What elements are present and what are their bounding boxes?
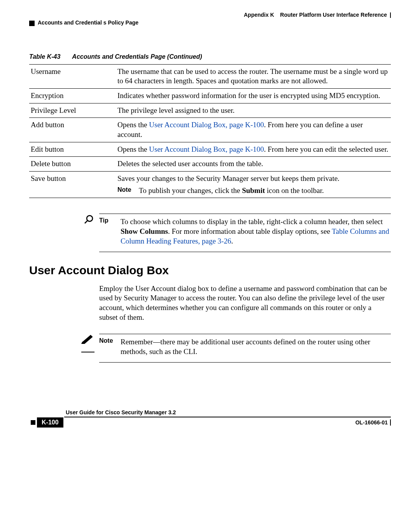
page-number: K-100: [37, 417, 63, 428]
table-number: Table K-43: [29, 53, 60, 60]
table-title: Accounts and Credentials Page (Continued…: [72, 53, 202, 60]
appendix-title: Router Platform User Interface Reference: [280, 12, 387, 18]
row-name: Add button: [29, 118, 116, 142]
row-desc: The username that can be used to access …: [116, 64, 391, 88]
table-row: Edit button Opens the User Account Dialo…: [29, 142, 391, 157]
svg-line-1: [85, 221, 88, 224]
row-name: Delete button: [29, 157, 116, 172]
pencil-icon: [81, 337, 94, 345]
section-body: Employ the User Account dialog box to de…: [99, 284, 391, 322]
table-row: Encryption Indicates whether password in…: [29, 88, 391, 103]
row-desc: Indicates whether password information f…: [116, 88, 391, 103]
row-desc: Saves your changes to the Security Manag…: [116, 172, 391, 198]
row-desc: Opens the User Account Dialog Box, page …: [116, 142, 391, 157]
header-right: Appendix K Router Platform User Interfac…: [29, 12, 391, 18]
xref-link[interactable]: User Account Dialog Box, page K-100: [149, 121, 264, 129]
table-row: Username The username that can be used t…: [29, 64, 391, 88]
underline-icon: [81, 352, 94, 352]
note-text: To publish your changes, click the Submi…: [139, 186, 324, 196]
tip-text: To choose which columns to display in th…: [121, 217, 391, 246]
page-footer: User Guide for Cisco Security Manager 3.…: [29, 409, 391, 429]
section-heading: User Account Dialog Box: [29, 264, 391, 277]
note-text: Remember—there may be additional user ac…: [121, 337, 391, 356]
row-desc: The privilege level assigned to the user…: [116, 103, 391, 118]
svg-point-0: [87, 216, 93, 221]
footer-bar-icon: [390, 419, 391, 426]
note-label: Note: [117, 186, 139, 196]
reference-table: Username The username that can be used t…: [29, 64, 391, 198]
row-name: Username: [29, 64, 116, 88]
row-desc: Deletes the selected user accounts from …: [116, 157, 391, 172]
tip-callout: Tip To choose which columns to display i…: [29, 214, 391, 252]
footer-square-icon: [31, 420, 35, 425]
table-row: Delete button Deletes the selected user …: [29, 157, 391, 172]
tip-label: Tip: [99, 217, 121, 246]
header-square-icon: [29, 21, 35, 26]
row-name: Edit button: [29, 142, 116, 157]
table-row: Add button Opens the User Account Dialog…: [29, 118, 391, 142]
note-callout: Note Remember—there may be additional us…: [29, 334, 391, 362]
header-left: Accounts and Credential s Policy Page: [29, 19, 391, 26]
row-name: Privilege Level: [29, 103, 116, 118]
row-desc: Opens the User Account Dialog Box, page …: [116, 118, 391, 142]
note-label: Note: [99, 337, 121, 356]
appendix-label: Appendix K: [244, 12, 274, 18]
footer-guide-title: User Guide for Cisco Security Manager 3.…: [64, 409, 391, 417]
table-row: Save button Saves your changes to the Se…: [29, 172, 391, 198]
doc-number: OL-16066-01: [355, 419, 388, 426]
row-name: Encryption: [29, 88, 116, 103]
row-name: Save button: [29, 172, 116, 198]
section-path: Accounts and Credential s Policy Page: [38, 19, 138, 26]
magnifier-icon: [83, 219, 94, 227]
table-caption: Table K-43Accounts and Credentials Page …: [29, 53, 391, 60]
table-row: Privilege Level The privilege level assi…: [29, 103, 391, 118]
xref-link[interactable]: User Account Dialog Box, page K-100: [149, 145, 264, 153]
